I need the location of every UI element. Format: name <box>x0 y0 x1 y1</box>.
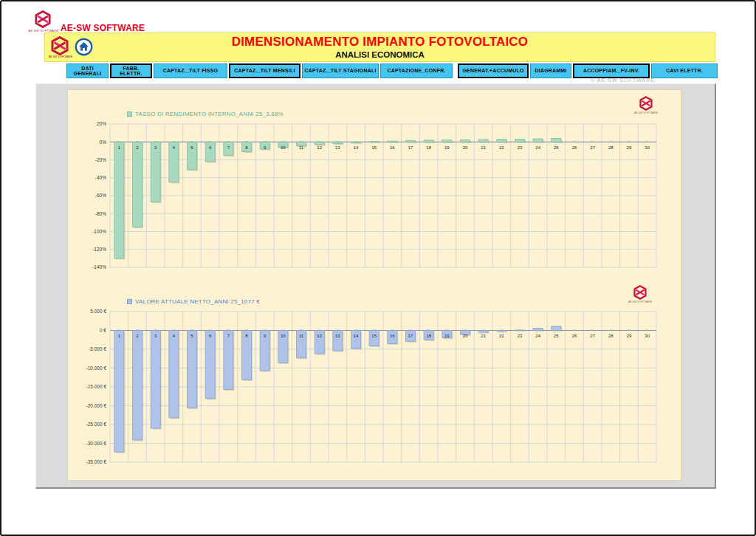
svg-text:24: 24 <box>535 145 540 150</box>
svg-text:12: 12 <box>317 334 322 338</box>
svg-text:10: 10 <box>281 145 286 150</box>
svg-text:10: 10 <box>281 334 286 338</box>
tab-fabb-elettr[interactable]: FABB. ELETTR. <box>110 63 152 78</box>
svg-text:25: 25 <box>554 334 559 338</box>
svg-text:-80%: -80% <box>95 211 106 216</box>
tab-accoppiam-fv-inv[interactable]: ACCOPPIAM._FV-INV. <box>573 63 650 78</box>
svg-text:11: 11 <box>299 334 304 338</box>
svg-text:-15.000 €: -15.000 € <box>86 384 107 389</box>
svg-text:29: 29 <box>627 145 632 150</box>
header-band: AE-SW SOFTWARE DIMENSIONAMENTO IMPIANTO … <box>44 32 715 62</box>
svg-text:19: 19 <box>444 145 450 150</box>
svg-text:22: 22 <box>499 145 504 150</box>
svg-text:-25.000 €: -25.000 € <box>86 422 107 427</box>
irr-npv-bar-charts: 20%0%-20%-40%-60%-80%-100%-120%-140%1234… <box>68 90 682 481</box>
svg-text:-40%: -40% <box>95 175 106 180</box>
svg-text:-35.000 €: -35.000 € <box>86 459 107 464</box>
svg-text:12: 12 <box>317 145 322 150</box>
svg-text:26: 26 <box>572 145 577 150</box>
svg-text:27: 27 <box>590 334 595 338</box>
svg-text:16: 16 <box>390 145 395 150</box>
svg-text:0 €: 0 € <box>100 328 106 333</box>
page-subtitle: ANALISI ECONOMICA <box>45 50 715 59</box>
svg-text:0%: 0% <box>100 140 107 145</box>
svg-text:23: 23 <box>518 334 523 338</box>
brand-name: AE-SW SOFTWARE <box>61 23 145 33</box>
tab-captaz-tilt-mensili[interactable]: CAPTAZ._TILT MENSILI <box>229 63 300 78</box>
svg-text:28: 28 <box>608 334 614 338</box>
svg-text:24: 24 <box>535 334 540 338</box>
tab-generat-accumulo[interactable]: GENERAT.+ACCUMULO <box>458 63 529 78</box>
svg-text:17: 17 <box>408 334 413 338</box>
svg-text:-100%: -100% <box>92 229 106 234</box>
sheet-tab-bar: DATI GENERALIFABB. ELETTR.CAPTAZ._TILT F… <box>66 63 719 78</box>
charts-canvas: TASSO DI RENDIMENTO INTERNO_ANNI 25_3,88… <box>35 83 716 489</box>
svg-text:-20%: -20% <box>95 157 106 162</box>
tab-captaz-tilt-stagionali[interactable]: CAPTAZ._TILT STAGIONALI <box>302 63 379 78</box>
svg-text:15: 15 <box>371 145 377 150</box>
svg-text:-120%: -120% <box>92 247 106 252</box>
svg-text:5.000 €: 5.000 € <box>90 309 106 314</box>
svg-text:29: 29 <box>627 334 632 338</box>
panel-logo-caption: AE-SW SOFTWARE <box>623 300 657 303</box>
svg-text:-60%: -60% <box>95 193 106 198</box>
svg-text:20: 20 <box>463 334 468 338</box>
svg-text:14: 14 <box>354 334 359 338</box>
svg-text:-10.000 €: -10.000 € <box>86 365 107 371</box>
tab-captazione-confr[interactable]: CAPTAZIONE_CONFR. <box>380 63 453 78</box>
svg-text:18: 18 <box>426 145 431 150</box>
panel-logo-caption: AE-SW SOFTWARE <box>629 111 663 114</box>
tab-dati-generali[interactable]: DATI GENERALI <box>66 63 109 78</box>
svg-text:13: 13 <box>335 334 340 338</box>
chart-panel: TASSO DI RENDIMENTO INTERNO_ANNI 25_3,88… <box>67 89 681 481</box>
svg-text:30: 30 <box>645 334 650 338</box>
svg-text:26: 26 <box>572 334 577 338</box>
copyright-watermark: © AE-SW SOFTWARE <box>591 78 655 83</box>
svg-text:-20.000 €: -20.000 € <box>86 403 107 408</box>
svg-text:22: 22 <box>499 334 504 338</box>
page-title: DIMENSIONAMENTO IMPIANTO FOTOVOLTAICO <box>45 35 715 49</box>
svg-text:27: 27 <box>590 145 595 150</box>
svg-text:19: 19 <box>444 334 450 338</box>
tab-captaz-tilt-fisso[interactable]: CAPTAZ._TILT FISSO <box>154 63 227 78</box>
svg-text:21: 21 <box>481 334 486 338</box>
svg-text:25: 25 <box>554 145 559 150</box>
tab-diagrammi[interactable]: DIAGRAMMI <box>530 63 571 78</box>
app-window: AE-SW SOFTWARE AE-SW SOFTWARE AE-SW SOFT… <box>0 0 756 536</box>
svg-text:30: 30 <box>645 145 650 150</box>
svg-text:-5.000 €: -5.000 € <box>89 346 106 351</box>
ae-sw-logo-icon <box>35 10 51 28</box>
svg-text:28: 28 <box>608 145 614 150</box>
svg-text:-140%: -140% <box>92 264 106 269</box>
svg-text:15: 15 <box>371 334 377 338</box>
svg-text:23: 23 <box>518 145 523 150</box>
svg-text:20%: 20% <box>97 121 106 126</box>
svg-text:20: 20 <box>463 145 468 150</box>
svg-text:11: 11 <box>299 145 304 150</box>
svg-text:17: 17 <box>408 145 413 150</box>
ae-sw-logo-icon <box>633 285 647 300</box>
svg-text:-30.000 €: -30.000 € <box>86 441 107 446</box>
svg-text:14: 14 <box>354 145 359 150</box>
ae-sw-logo-icon <box>639 96 653 111</box>
svg-text:16: 16 <box>390 334 395 338</box>
svg-text:21: 21 <box>481 145 486 150</box>
svg-text:13: 13 <box>335 145 340 150</box>
svg-text:18: 18 <box>426 334 431 338</box>
tab-cavi-elettr[interactable]: CAVI ELETTR. <box>651 63 718 78</box>
